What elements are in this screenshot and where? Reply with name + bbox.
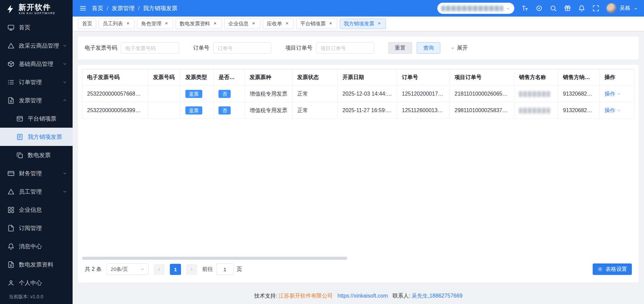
file-text-icon <box>7 97 15 104</box>
reset-button[interactable]: 重置 <box>388 42 412 54</box>
tab-label: 应收单 <box>267 21 282 27</box>
hamburger-menu-icon[interactable] <box>79 5 86 12</box>
sidebar-item-base-goods[interactable]: 基础商品管理 <box>0 55 73 73</box>
company-link[interactable]: 江苏新开软件有限公司 <box>279 293 333 300</box>
sidebar-item-home[interactable]: 首页 <box>0 18 73 36</box>
tab-close-icon[interactable]: × <box>328 21 333 26</box>
next-page-button[interactable] <box>186 264 197 275</box>
sidebar-item-message-center[interactable]: 消息中心 <box>0 237 73 255</box>
sidebar-item-invoice-mgmt[interactable]: 发票管理 <box>0 91 73 109</box>
tab-close-icon[interactable]: × <box>212 21 218 26</box>
sidebar-item-personal-center[interactable]: 个人中心 <box>0 274 73 292</box>
row-action-link[interactable]: 操作 <box>604 107 621 114</box>
chevron-down-icon <box>140 267 145 271</box>
user-name: 吴栋 <box>620 5 630 12</box>
logo-subtitle: XIN KAI SOFTWARE <box>19 11 55 15</box>
sidebar-item-zcy-goods[interactable]: 政采云商品管理 <box>0 36 73 55</box>
sidebar-item-platform-sales-invoice[interactable]: 平台销项票 <box>0 109 73 128</box>
bell-icon <box>7 243 15 250</box>
breadcrumb-item[interactable]: 首页 <box>92 4 103 12</box>
sidebar-item-label: 消息中心 <box>19 243 42 250</box>
row-action-label: 操作 <box>604 107 615 114</box>
goto-label: 前往 <box>202 266 213 273</box>
dot-circle-icon[interactable] <box>536 5 543 12</box>
contact-link[interactable]: 吴先生,18862757669 <box>412 293 462 300</box>
user-menu[interactable]: 吴栋 <box>607 3 638 14</box>
tab-首页[interactable]: 首页 <box>78 19 96 29</box>
project-order-no-input[interactable] <box>316 42 374 54</box>
table-settings-button[interactable]: 表格设置 <box>593 263 632 275</box>
support-label: 技术支持: <box>254 293 277 300</box>
sidebar-item-label: 订单管理 <box>19 78 42 86</box>
tab-close-icon[interactable]: × <box>125 21 131 26</box>
breadcrumb: 首页/发票管理/我方销项发票 <box>92 4 177 12</box>
cell-invoice_code <box>148 102 181 119</box>
table-row: 25322000000563995007蓝票否增值税专用发票正常2025-11-… <box>82 102 635 119</box>
file-text-icon <box>7 261 15 268</box>
row-action-label: 操作 <box>604 91 615 98</box>
tab-平台销项票[interactable]: 平台销项票× <box>296 19 337 29</box>
sidebar-item-our-sales-invoice[interactable]: 我方销项发票 <box>0 128 73 146</box>
tab-label: 角色管理 <box>141 21 161 27</box>
cell-type: 蓝票 <box>181 86 214 102</box>
sidebar-item-label: 数电发票 <box>28 151 51 159</box>
chevron-left-icon <box>157 267 161 272</box>
cell-text: 2025-12-03 14:44:32 <box>342 91 393 97</box>
sidebar-item-finance-mgmt[interactable]: 财务管理 <box>0 164 73 182</box>
search-button[interactable]: 查询 <box>417 42 440 54</box>
tab-我方销项发票[interactable]: 我方销项发票× <box>340 19 386 29</box>
invoice-no-input[interactable] <box>121 42 179 54</box>
gift-icon[interactable] <box>564 5 571 12</box>
cell-text: 增值税专用发票 <box>250 91 287 97</box>
translate-icon[interactable] <box>521 5 529 12</box>
expand-toggle[interactable]: 展开 <box>450 45 468 52</box>
cell-text: 91320682753209... <box>563 91 600 97</box>
invoice-table: 电子发票号码发票号码发票类型是否勾选发票票种发票状态开票日期订单号项目订单号销售… <box>82 69 635 119</box>
chevron-down-icon <box>634 6 638 10</box>
cell-status: 正常 <box>292 102 338 119</box>
row-action-link[interactable]: 操作 <box>604 91 621 98</box>
tab-close-icon[interactable]: × <box>251 21 256 26</box>
website-link[interactable]: https://xinkaisoft.com <box>337 293 388 299</box>
grid-icon <box>7 206 15 213</box>
goto-page-input[interactable] <box>216 263 234 275</box>
tab-角色管理[interactable]: 角色管理× <box>137 19 173 29</box>
cell-checked: 否 <box>214 102 245 119</box>
list-icon <box>7 79 15 86</box>
order-no-input[interactable] <box>213 42 271 54</box>
app-root: 新开软件 XIN KAI SOFTWARE 首页政采云商品管理基础商品管理订单管… <box>0 0 644 304</box>
sidebar-item-label: 员工管理 <box>19 188 42 196</box>
package-icon <box>7 60 15 68</box>
tab-数电发票资料[interactable]: 数电发票资料× <box>176 19 222 29</box>
tab-应收单[interactable]: 应收单× <box>263 19 294 29</box>
search-icon[interactable] <box>550 5 557 12</box>
page-size-select[interactable]: 20条/页 <box>107 263 149 275</box>
version-label: 当前版本: v1.0.0 <box>0 292 73 304</box>
page-number-button[interactable]: 1 <box>170 264 181 275</box>
sidebar-item-staff-mgmt[interactable]: 员工管理 <box>0 182 73 201</box>
sidebar-item-digital-invoice[interactable]: 数电发票 <box>0 146 73 164</box>
sidebar-item-company-info[interactable]: 企业信息 <box>0 201 73 219</box>
sidebar-item-invoice-materials[interactable]: 数电发票资料 <box>0 255 73 274</box>
sidebar-item-order-mgmt[interactable]: 订单管理 <box>0 73 73 91</box>
tab-员工列表[interactable]: 员工列表× <box>99 19 135 29</box>
prev-page-button[interactable] <box>154 264 165 275</box>
tab-close-icon[interactable]: × <box>164 21 169 26</box>
tab-close-icon[interactable]: × <box>284 21 290 26</box>
tab-企业信息[interactable]: 企业信息× <box>224 19 260 29</box>
bell-icon[interactable] <box>578 5 585 12</box>
fullscreen-icon[interactable] <box>592 5 599 12</box>
tab-close-icon[interactable]: × <box>377 21 382 26</box>
chevron-down-icon <box>506 6 510 10</box>
horizontal-scrollbar-thumb[interactable] <box>82 257 347 260</box>
contact-label: 联系人: <box>393 293 410 300</box>
pagination: 共 2 条 20条/页 1 <box>82 261 635 282</box>
header-search-input[interactable] <box>437 3 514 14</box>
sidebar-item-subscription-mgmt[interactable]: 订阅管理 <box>0 219 73 237</box>
breadcrumb-item[interactable]: 发票管理 <box>112 4 135 12</box>
table-settings-label: 表格设置 <box>606 266 627 273</box>
cell-text: 2025-11-27 16:59:28 <box>342 107 392 113</box>
filter-bar: 电子发票号码订单号项目订单号 重置 查询 展开 <box>78 36 639 59</box>
filter-label: 订单号 <box>193 45 209 52</box>
expand-label: 展开 <box>457 45 468 52</box>
